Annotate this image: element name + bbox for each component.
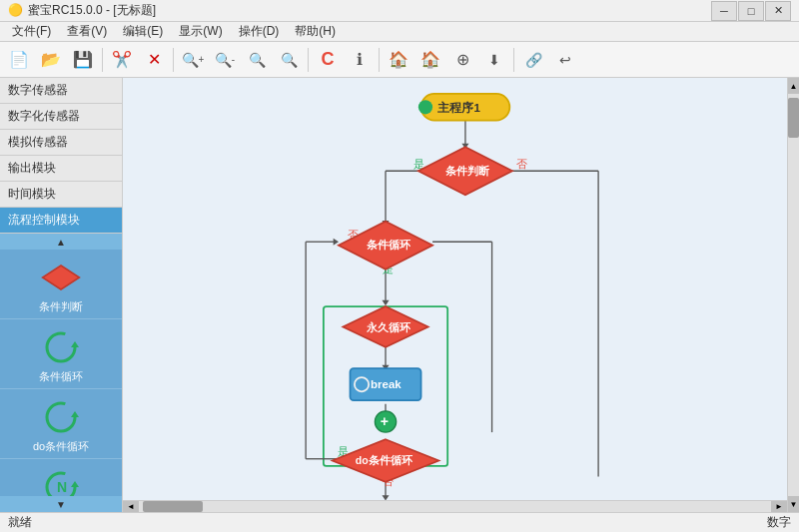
scroll-left-btn[interactable]: ◄ [123,501,139,512]
svg-text:N: N [57,479,67,495]
toolbar-sep2 [173,48,174,72]
sidebar-cat-analog-sensor[interactable]: 模拟传感器 [0,130,122,156]
refresh-button[interactable]: C [313,46,343,74]
canvas-area[interactable]: 是 否 否 是 是 否 主程序1 条件判断 条件循环 永久循环 break [123,78,799,512]
menu-view[interactable]: 查看(V) [59,21,115,42]
sidebar-item-condition-label: 条件判断 [39,299,83,314]
sidebar-item-multi-loop[interactable]: N 多次循环 [0,459,122,496]
home-button[interactable]: 🏠 [384,46,413,74]
sidebar-scroll-down[interactable]: ▼ [0,496,122,512]
sidebar-item-do-loop[interactable]: do条件循环 [0,389,122,459]
svg-marker-22 [382,300,389,305]
save-button[interactable]: 💾 [68,46,98,74]
svg-text:主程序1: 主程序1 [437,101,480,114]
flowchart-svg: 是 否 否 是 是 否 主程序1 条件判断 条件循环 永久循环 break [123,78,799,512]
zoom-select-button[interactable]: 🔍 [274,46,304,74]
app-icon: 🟡 [8,3,24,19]
multi-loop-icon: N [41,467,81,496]
status-right: 数字 [767,514,791,531]
status-bar: 就绪 数字 [0,512,799,532]
toolbar: 📄 📂 💾 ✂️ ✕ 🔍+ 🔍- 🔍 🔍 C ℹ 🏠 🏠 ⊕ ⬇ 🔗 ↩ [0,42,799,78]
scroll-right-btn[interactable]: ► [771,501,787,512]
sidebar: 数字传感器 数字化传感器 模拟传感器 输出模块 时间模块 流程控制模块 ▲ 条件… [0,78,123,512]
svg-text:条件循环: 条件循环 [367,239,411,251]
info-button[interactable]: ℹ [345,46,375,74]
download-button[interactable]: ⬇ [479,46,509,74]
sidebar-scroll-up[interactable]: ▲ [0,234,122,250]
toolbar-sep3 [308,48,309,72]
sidebar-cat-digital-sensor[interactable]: 数字传感器 [0,78,122,104]
scroll-down-btn[interactable]: ▼ [788,496,799,512]
back-button[interactable]: ↩ [550,46,580,74]
menu-bar: 文件(F) 查看(V) 编辑(E) 显示(W) 操作(D) 帮助(H) [0,22,799,42]
svg-marker-2 [71,341,79,347]
scroll-h-thumb[interactable] [143,501,203,512]
maximize-button[interactable]: □ [738,1,764,21]
toolbar-sep4 [379,48,380,72]
svg-text:break: break [371,378,401,390]
menu-edit[interactable]: 编辑(E) [115,21,171,42]
svg-text:do条件循环: do条件循环 [356,454,413,466]
svg-point-40 [418,100,432,114]
delete-button[interactable]: ✕ [139,46,169,74]
window-controls: ─ □ ✕ [711,1,791,21]
svg-text:永久循环: 永久循环 [366,321,411,333]
sidebar-cat-output[interactable]: 输出模块 [0,156,122,182]
svg-text:否: 否 [516,158,527,170]
svg-marker-7 [71,481,79,487]
minimize-button[interactable]: ─ [711,1,737,21]
svg-point-3 [47,403,75,431]
main-layout: 数字传感器 数字化传感器 模拟传感器 输出模块 时间模块 流程控制模块 ▲ 条件… [0,78,799,512]
toolbar-sep1 [102,48,103,72]
cond-loop-icon [41,327,81,367]
sidebar-cat-time[interactable]: 时间模块 [0,182,122,208]
menu-display[interactable]: 显示(W) [171,21,230,42]
horizontal-scrollbar[interactable]: ◄ ► [123,500,787,512]
condition-icon [41,258,81,297]
title-bar: 🟡 蜜宝RC15.0.0 - [无标题] ─ □ ✕ [0,0,799,22]
toolbar-sep5 [513,48,514,72]
scroll-thumb[interactable] [788,98,799,138]
zoom-fit-button[interactable]: 🔍 [242,46,272,74]
sidebar-items-area: 条件判断 条件循环 [0,250,122,496]
do-loop-icon [41,397,81,437]
sidebar-item-cond-loop[interactable]: 条件循环 [0,319,122,389]
menu-file[interactable]: 文件(F) [4,21,59,42]
svg-point-1 [47,333,75,361]
link-button[interactable]: 🔗 [518,46,548,74]
status-left: 就绪 [8,514,32,531]
sidebar-cat-flow[interactable]: 流程控制模块 [0,208,122,234]
window-title: 蜜宝RC15.0.0 - [无标题] [28,2,711,19]
menu-operate[interactable]: 操作(D) [231,21,288,42]
new-button[interactable]: 📄 [4,46,34,74]
vertical-scrollbar[interactable]: ▲ ▼ [787,78,799,512]
svg-marker-0 [43,266,80,289]
scroll-up-btn[interactable]: ▲ [788,78,799,94]
svg-text:+: + [381,413,389,429]
close-button[interactable]: ✕ [765,1,791,21]
add-button[interactable]: ⊕ [447,46,477,74]
sidebar-item-cond-loop-label: 条件循环 [39,369,83,384]
menu-help[interactable]: 帮助(H) [287,21,344,42]
zoom-out-button[interactable]: 🔍- [210,46,240,74]
cut-button[interactable]: ✂️ [107,46,137,74]
svg-marker-30 [334,239,339,246]
zoom-in-button[interactable]: 🔍+ [178,46,208,74]
svg-marker-4 [71,411,79,417]
svg-text:条件判断: 条件判断 [445,165,490,177]
sidebar-item-condition[interactable]: 条件判断 [0,250,122,319]
open-button[interactable]: 📂 [36,46,66,74]
sidebar-cat-digital-sensor2[interactable]: 数字化传感器 [0,104,122,130]
sidebar-item-do-loop-label: do条件循环 [33,439,89,454]
home2-button[interactable]: 🏠 [415,46,445,74]
